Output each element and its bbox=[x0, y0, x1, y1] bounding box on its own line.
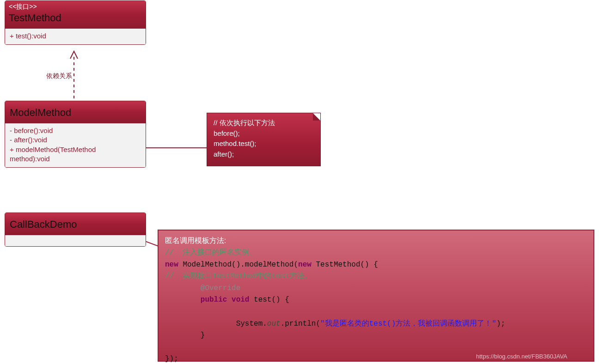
stereotype-label: <<接口>> bbox=[9, 3, 142, 11]
code-comment: // 实现接口TestMethod中的test方法。 bbox=[165, 272, 312, 280]
uml-header: <<接口>> TestMethod bbox=[5, 1, 146, 29]
method-list: + test():void bbox=[5, 29, 146, 44]
note-connector bbox=[146, 146, 208, 150]
code-keyword: public void bbox=[165, 296, 249, 304]
note-code-anonymous: 匿名调用模板方法: // 注入接口的匿名实例。 new ModelMethod(… bbox=[158, 230, 594, 362]
uml-header: CallBackDemo bbox=[5, 213, 146, 235]
code-keyword: new bbox=[298, 261, 312, 269]
code-field: out bbox=[267, 320, 281, 328]
method-item: + test():void bbox=[10, 31, 141, 41]
note-line: // 依次执行以下方法 bbox=[214, 118, 314, 128]
method-item: - before():void bbox=[10, 126, 141, 135]
code-blank bbox=[165, 343, 170, 352]
code-text: } bbox=[165, 331, 205, 340]
code-text: System. bbox=[165, 320, 267, 328]
uml-interface-testmethod: <<接口>> TestMethod + test():void bbox=[5, 0, 146, 45]
note-title: 匿名调用模板方法: bbox=[165, 235, 587, 246]
code-annotation: @Override bbox=[165, 284, 240, 292]
uml-class-modelmethod: ModelMethod - before():void - after():vo… bbox=[5, 101, 146, 168]
code-text: }); bbox=[165, 355, 178, 363]
code-comment: // 注入接口的匿名实例。 bbox=[165, 249, 257, 257]
note-sequence: // 依次执行以下方法 before(); method.test(); aft… bbox=[207, 113, 321, 166]
method-list bbox=[5, 235, 146, 246]
code-text: .println( bbox=[281, 320, 320, 328]
note-line: before(); bbox=[214, 128, 314, 139]
method-item: + modelMethod(TestMethod method):void bbox=[10, 145, 121, 164]
uml-class-callbackdemo: CallBackDemo bbox=[5, 212, 146, 247]
class-title: TestMethod bbox=[9, 11, 142, 24]
code-text: ); bbox=[496, 320, 505, 328]
code-string: "我是匿名类的test()方法，我被回调函数调用了！" bbox=[320, 320, 496, 328]
code-blank bbox=[165, 308, 170, 316]
class-title: CallBackDemo bbox=[10, 218, 141, 231]
method-list: - before():void - after():void + modelMe… bbox=[5, 123, 146, 167]
code-block: // 注入接口的匿名实例。 new ModelMethod().modelMet… bbox=[165, 247, 587, 364]
class-title: ModelMethod bbox=[10, 106, 141, 119]
code-keyword: new bbox=[165, 261, 178, 269]
note-line: method.test(); bbox=[214, 139, 314, 149]
code-text: ModelMethod().modelMethod( bbox=[178, 261, 298, 269]
code-text: TestMethod() { bbox=[312, 261, 378, 269]
watermark: https://blog.csdn.net/FBB360JAVA bbox=[476, 353, 568, 360]
code-text: test() { bbox=[249, 296, 289, 304]
relation-label: 依赖关系 bbox=[46, 72, 72, 80]
uml-header: ModelMethod bbox=[5, 101, 146, 123]
note-line: after(); bbox=[214, 149, 314, 160]
method-item: - after():void bbox=[10, 135, 141, 145]
